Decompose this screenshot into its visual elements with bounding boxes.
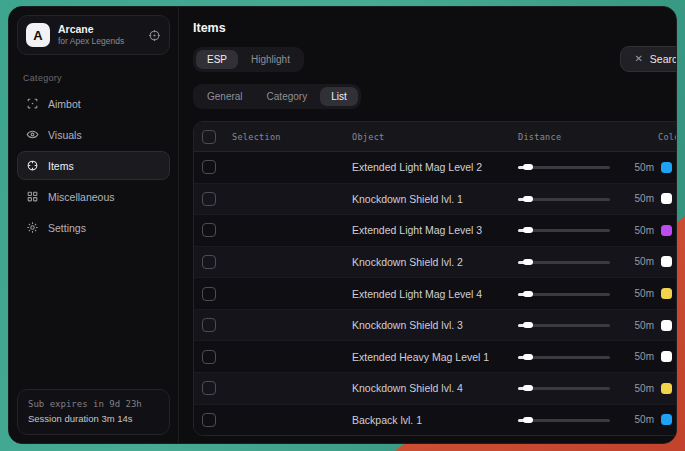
object-name: Knockdown Shield lvl. 2 xyxy=(352,256,518,268)
crosshair-icon xyxy=(26,97,39,110)
table-body: Extended Light Mag Level 250mKnockdown S… xyxy=(194,152,677,435)
subscription-card: Sub expires in 9d 23h Session duration 3… xyxy=(17,389,170,435)
sidebar-item-label: Items xyxy=(48,160,74,172)
sidebar-item-settings[interactable]: Settings xyxy=(17,213,170,242)
x-icon: ✕ xyxy=(634,54,642,64)
row-checkbox[interactable] xyxy=(202,287,216,301)
mode-chip-highlight[interactable]: Highlight xyxy=(240,50,301,69)
search-button[interactable]: ✕ Search xyxy=(620,46,677,72)
table-row: Extended Light Mag Level 350m xyxy=(194,215,677,247)
row-checkbox[interactable] xyxy=(202,350,216,364)
table-row: Knockdown Shield lvl. 450m xyxy=(194,373,677,405)
sidebar-item-label: Aimbot xyxy=(48,98,81,110)
distance-value: 50m xyxy=(616,320,658,331)
table-row: Knockdown Shield lvl. 350m xyxy=(194,310,677,342)
search-button-label: Search xyxy=(650,53,677,65)
mode-chip-esp[interactable]: ESP xyxy=(196,50,238,69)
target-icon xyxy=(26,159,39,172)
table-row: Extended Light Mag Level 450m xyxy=(194,278,677,310)
app-title: Arcane xyxy=(58,23,140,36)
distance-slider[interactable] xyxy=(518,256,610,268)
sidebar-nav: AimbotVisualsItemsMiscellaneousSettings xyxy=(9,85,178,246)
table-row: Extended Light Mag Level 250m xyxy=(194,152,677,184)
distance-value: 50m xyxy=(616,193,658,204)
object-name: Extended Light Mag Level 3 xyxy=(352,224,518,236)
sidebar: A Arcane for Apex Legends Category Aimbo… xyxy=(9,7,179,443)
color-swatch[interactable] xyxy=(661,256,672,267)
sub-expiry-text: Sub expires in 9d 23h xyxy=(28,398,159,412)
sidebar-item-items[interactable]: Items xyxy=(17,151,170,180)
distance-slider[interactable] xyxy=(518,161,610,173)
row-checkbox[interactable] xyxy=(202,223,216,237)
distance-slider[interactable] xyxy=(518,414,610,426)
object-name: Knockdown Shield lvl. 3 xyxy=(352,319,518,331)
app-logo: A xyxy=(26,23,50,47)
sidebar-item-aimbot[interactable]: Aimbot xyxy=(17,89,170,118)
distance-slider[interactable] xyxy=(518,224,610,236)
tab-list[interactable]: List xyxy=(320,87,358,106)
sidebar-item-label: Settings xyxy=(48,222,86,234)
table-row: Knockdown Shield lvl. 150m xyxy=(194,184,677,216)
color-swatch[interactable] xyxy=(661,225,672,236)
scope-icon[interactable] xyxy=(148,29,161,42)
sidebar-item-miscellaneous[interactable]: Miscellaneous xyxy=(17,182,170,211)
tab-category[interactable]: Category xyxy=(256,87,319,106)
row-checkbox[interactable] xyxy=(202,318,216,332)
table-row: Knockdown Shield lvl. 250m xyxy=(194,247,677,279)
row-checkbox[interactable] xyxy=(202,192,216,206)
sidebar-item-visuals[interactable]: Visuals xyxy=(17,120,170,149)
column-header-selection: Selection xyxy=(232,132,352,142)
column-header-object: Object xyxy=(352,132,518,142)
color-swatch[interactable] xyxy=(661,351,672,362)
object-name: Knockdown Shield lvl. 1 xyxy=(352,193,518,205)
color-swatch[interactable] xyxy=(661,288,672,299)
table-header-row: Selection Object Distance Color xyxy=(194,122,677,152)
color-swatch[interactable] xyxy=(661,414,672,425)
distance-slider[interactable] xyxy=(518,351,610,363)
gear-icon xyxy=(26,221,39,234)
app-subtitle: for Apex Legends xyxy=(58,36,140,47)
table-row: Extended Heavy Mag Level 150m xyxy=(194,341,677,373)
column-header-distance: Distance xyxy=(518,132,616,142)
page-title: Items xyxy=(193,21,677,35)
color-swatch[interactable] xyxy=(661,162,672,173)
distance-value: 50m xyxy=(616,414,658,425)
column-header-color: Color xyxy=(658,132,677,142)
distance-slider[interactable] xyxy=(518,382,610,394)
distance-value: 50m xyxy=(616,288,658,299)
distance-value: 50m xyxy=(616,351,658,362)
grid-icon xyxy=(26,190,39,203)
distance-value: 50m xyxy=(616,256,658,267)
eye-icon xyxy=(26,128,39,141)
main-panel: Items ESPHighlight ✕ Search GeneralCateg… xyxy=(179,7,677,443)
cheat-menu-window: A Arcane for Apex Legends Category Aimbo… xyxy=(8,6,677,444)
table-row: Backpack lvl. 150m xyxy=(194,405,677,436)
object-name: Extended Light Mag Level 4 xyxy=(352,288,518,300)
distance-value: 50m xyxy=(616,225,658,236)
select-all-checkbox[interactable] xyxy=(202,130,216,144)
mode-toggle: ESPHighlight xyxy=(193,47,304,72)
category-label: Category xyxy=(23,73,178,83)
view-tabs: GeneralCategoryList xyxy=(193,84,361,109)
distance-slider[interactable] xyxy=(518,288,610,300)
sidebar-item-label: Miscellaneous xyxy=(48,191,115,203)
color-swatch[interactable] xyxy=(661,193,672,204)
row-checkbox[interactable] xyxy=(202,413,216,427)
tab-general[interactable]: General xyxy=(196,87,254,106)
distance-slider[interactable] xyxy=(518,193,610,205)
color-swatch[interactable] xyxy=(661,320,672,331)
row-checkbox[interactable] xyxy=(202,255,216,269)
row-checkbox[interactable] xyxy=(202,160,216,174)
distance-value: 50m xyxy=(616,162,658,173)
row-checkbox[interactable] xyxy=(202,381,216,395)
items-table: Selection Object Distance Color Extended… xyxy=(193,121,677,436)
distance-slider[interactable] xyxy=(518,319,610,331)
object-name: Knockdown Shield lvl. 4 xyxy=(352,382,518,394)
sidebar-item-label: Visuals xyxy=(48,129,82,141)
session-duration-text: Session duration 3m 14s xyxy=(28,412,159,426)
color-swatch[interactable] xyxy=(661,383,672,394)
distance-value: 50m xyxy=(616,383,658,394)
object-name: Extended Light Mag Level 2 xyxy=(352,161,518,173)
app-header-card: A Arcane for Apex Legends xyxy=(17,15,170,55)
object-name: Backpack lvl. 1 xyxy=(352,414,518,426)
